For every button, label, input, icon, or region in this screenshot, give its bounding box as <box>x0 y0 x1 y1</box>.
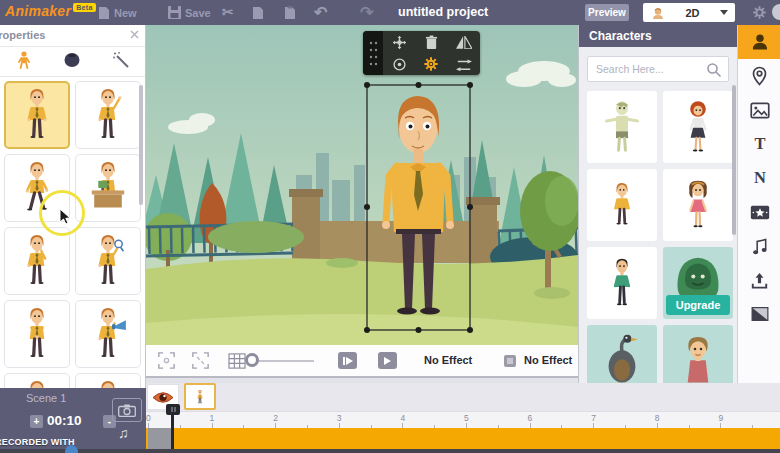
bottom-bar <box>0 449 780 453</box>
avatar-icon <box>651 6 665 20</box>
pose-thinking[interactable] <box>4 227 70 295</box>
gear-icon <box>752 5 767 20</box>
toolbar-location-pin-button[interactable] <box>738 59 780 93</box>
swap-button[interactable] <box>448 53 480 75</box>
toolbar-effects-button[interactable] <box>738 195 780 229</box>
zoom-slider-knob[interactable] <box>245 353 259 367</box>
playhead[interactable] <box>166 404 180 449</box>
pose-hands-folded[interactable] <box>4 300 70 368</box>
settings-gear-icon <box>423 56 439 72</box>
character-icon <box>750 32 770 52</box>
swap-arrows-icon <box>456 58 472 71</box>
svg-text:N: N <box>754 169 766 187</box>
character-list: Upgrade <box>579 82 737 383</box>
character-casual-man[interactable] <box>587 169 657 241</box>
character-boy[interactable] <box>663 325 733 383</box>
magic-wand-icon <box>112 51 130 69</box>
tab-actions[interactable] <box>112 51 130 72</box>
playhead-handle[interactable] <box>166 404 180 415</box>
play-button[interactable] <box>378 352 397 369</box>
mode-value: 2D <box>665 7 720 19</box>
pose-waving[interactable] <box>75 81 141 149</box>
pose-standing-alt[interactable] <box>4 373 70 388</box>
grid-toggle-button[interactable] <box>228 345 246 376</box>
object-toolbar <box>363 31 480 75</box>
copy-button[interactable] <box>252 0 264 25</box>
pose-standing[interactable] <box>4 81 70 149</box>
tab-outfit[interactable] <box>63 52 81 71</box>
flip-button[interactable] <box>448 31 480 53</box>
canvas-controls-bar: No Effect No Effect <box>146 345 578 378</box>
toolbar-image-button[interactable] <box>738 93 780 127</box>
snapshot-button[interactable] <box>112 398 142 422</box>
help-button[interactable] <box>772 4 780 20</box>
play-scene-button[interactable] <box>338 352 357 369</box>
effects-icon <box>750 205 770 220</box>
toolbar-upload-button[interactable] <box>738 263 780 297</box>
duration-increase-button[interactable]: + <box>30 415 43 428</box>
toolbar-text-button[interactable]: T <box>738 127 780 161</box>
mode-dropdown[interactable]: 2D <box>643 3 735 22</box>
new-label: New <box>114 7 137 19</box>
cut-button[interactable]: ✂ <box>222 0 234 25</box>
play-icon <box>384 357 391 365</box>
toolbar-numbers-button[interactable]: N <box>738 161 780 195</box>
save-label: Save <box>185 7 211 19</box>
scene-label[interactable]: Scene 1 <box>26 392 66 404</box>
preview-button[interactable]: Preview <box>585 4 629 21</box>
character-zombie[interactable] <box>587 91 657 163</box>
tab-poses[interactable] <box>16 51 32 72</box>
close-icon <box>130 30 139 39</box>
save-button[interactable]: Save <box>168 0 211 25</box>
scene-thumbnail[interactable] <box>184 383 216 410</box>
timeline-track[interactable] <box>146 428 780 449</box>
timeline-ruler[interactable]: 0123456789 <box>146 411 780 428</box>
drag-handle-icon[interactable] <box>363 31 383 75</box>
character-businesswoman[interactable] <box>663 91 733 163</box>
toolbar-transition-button[interactable] <box>738 297 780 331</box>
pose-standing-alt2[interactable] <box>75 373 141 388</box>
character-green-shirt-man[interactable] <box>587 247 657 319</box>
upgrade-button[interactable]: Upgrade <box>666 295 730 315</box>
delete-button[interactable] <box>415 31 447 53</box>
settings-gear-button[interactable] <box>752 5 767 23</box>
pose-searching[interactable] <box>75 227 141 295</box>
scene-music-icon[interactable]: ♫ <box>118 425 129 441</box>
characters-scrollbar[interactable] <box>732 85 736 235</box>
stage-canvas[interactable] <box>146 25 578 345</box>
properties-title: Properties <box>0 29 45 41</box>
fullscreen-button[interactable] <box>192 345 209 376</box>
character-girl-pink[interactable] <box>663 169 733 241</box>
ruler-tick-label: 5 <box>464 413 469 423</box>
exit-effect-selector[interactable]: No Effect <box>524 354 572 366</box>
object-settings-button[interactable] <box>415 53 447 75</box>
location-pin-icon <box>751 66 768 86</box>
save-floppy-icon <box>168 6 181 19</box>
enter-effect-selector[interactable]: No Effect <box>424 354 472 366</box>
paste-button[interactable] <box>284 0 296 25</box>
character-vulture[interactable] <box>587 325 657 383</box>
redo-button[interactable]: ↷ <box>360 0 373 25</box>
toolbar-music-button[interactable] <box>738 229 780 263</box>
logo-text: Animaker <box>5 3 71 19</box>
project-title[interactable]: untitled project <box>398 5 488 19</box>
move-button[interactable] <box>383 31 415 53</box>
camera-icon <box>118 404 136 417</box>
new-button[interactable]: New <box>98 0 137 25</box>
top-toolbar: AnimakerBeta New Save ✂ ↶ ↷ untitled pro… <box>0 0 780 25</box>
toolbar-character-button[interactable] <box>738 25 780 59</box>
undo-button[interactable]: ↶ <box>314 0 327 25</box>
expand-icon <box>192 352 209 369</box>
exit-effect-icon <box>504 355 516 367</box>
close-panel-button[interactable] <box>130 29 139 41</box>
poses-scrollbar[interactable] <box>139 85 143 205</box>
rotate-button[interactable] <box>383 53 415 75</box>
zoom-slider[interactable] <box>252 360 314 362</box>
properties-tabs <box>0 47 145 77</box>
trash-icon <box>425 35 438 50</box>
character-green-monster[interactable]: Upgrade <box>663 247 733 319</box>
text-icon: T <box>751 135 769 153</box>
flip-icon <box>456 36 472 49</box>
position-button[interactable] <box>158 345 175 376</box>
pose-megaphone[interactable] <box>75 300 141 368</box>
